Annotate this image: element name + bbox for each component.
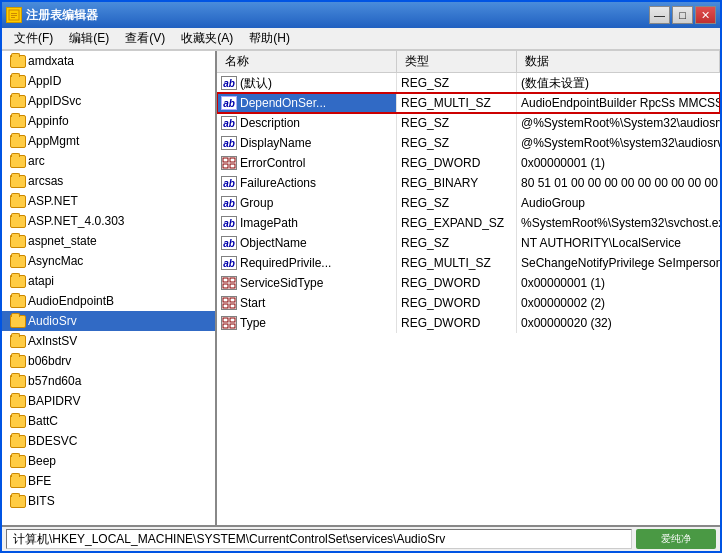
ab-icon: ab	[221, 116, 237, 130]
folder-icon	[10, 473, 26, 489]
entry-type-cell: REG_SZ	[397, 73, 517, 93]
tree-item[interactable]: aspnet_state	[2, 231, 215, 251]
registry-entry-row[interactable]: ErrorControlREG_DWORD0x00000001 (1)	[217, 153, 720, 173]
tree-item[interactable]: ASP.NET_4.0.303	[2, 211, 215, 231]
entry-name-text: FailureActions	[240, 176, 316, 190]
tree-item-label: BFE	[28, 474, 51, 488]
svg-rect-4	[223, 158, 228, 162]
tree-item-label: AudioSrv	[28, 314, 77, 328]
svg-rect-14	[223, 304, 228, 308]
svg-rect-7	[230, 164, 235, 168]
registry-entry-row[interactable]: abDependOnSer...REG_MULTI_SZAudioEndpoin…	[217, 93, 720, 113]
entry-value-cell: AudioGroup	[517, 193, 720, 213]
entry-value-cell: AudioEndpointBuilder RpcSs MMCSS	[517, 93, 720, 113]
entry-name-text: DependOnSer...	[240, 96, 326, 110]
entry-name-text: DisplayName	[240, 136, 311, 150]
title-bar-left: 注册表编辑器	[6, 7, 98, 24]
registry-entry-row[interactable]: abGroupREG_SZAudioGroup	[217, 193, 720, 213]
svg-rect-19	[230, 324, 235, 328]
entry-name-text: ObjectName	[240, 236, 307, 250]
tree-item[interactable]: BDESVC	[2, 431, 215, 451]
menu-item[interactable]: 收藏夹(A)	[173, 28, 241, 49]
entry-value-cell: (数值未设置)	[517, 73, 720, 93]
folder-icon	[10, 413, 26, 429]
tree-item-label: b06bdrv	[28, 354, 71, 368]
tree-item[interactable]: arc	[2, 151, 215, 171]
registry-entry-row[interactable]: StartREG_DWORD0x00000002 (2)	[217, 293, 720, 313]
maximize-button[interactable]: □	[672, 6, 693, 24]
registry-entry-row[interactable]: abRequiredPrivile...REG_MULTI_SZSeChange…	[217, 253, 720, 273]
entries-list[interactable]: ab(默认)REG_SZ(数值未设置)abDependOnSer...REG_M…	[217, 73, 720, 525]
svg-rect-12	[223, 298, 228, 302]
entry-name-cell: abObjectName	[217, 233, 397, 253]
menu-item[interactable]: 帮助(H)	[241, 28, 298, 49]
tree-item[interactable]: arcsas	[2, 171, 215, 191]
svg-rect-5	[230, 158, 235, 162]
tree-item[interactable]: b57nd60a	[2, 371, 215, 391]
tree-item-label: BITS	[28, 494, 55, 508]
tree-item[interactable]: atapi	[2, 271, 215, 291]
window-title: 注册表编辑器	[26, 7, 98, 24]
tree-item[interactable]: BFE	[2, 471, 215, 491]
registry-entry-row[interactable]: ServiceSidTypeREG_DWORD0x00000001 (1)	[217, 273, 720, 293]
tree-item[interactable]: BattC	[2, 411, 215, 431]
tree-item[interactable]: AxInstSV	[2, 331, 215, 351]
tree-item-label: ASP.NET	[28, 194, 78, 208]
col-header-type[interactable]: 类型	[397, 51, 517, 72]
tree-item[interactable]: AppID	[2, 71, 215, 91]
registry-entry-row[interactable]: abObjectNameREG_SZNT AUTHORITY\LocalServ…	[217, 233, 720, 253]
entry-name-cell: ab(默认)	[217, 73, 397, 93]
ab-icon: ab	[221, 216, 237, 230]
tree-item[interactable]: ASP.NET	[2, 191, 215, 211]
tree-item-label: BDESVC	[28, 434, 77, 448]
registry-entry-row[interactable]: ab(默认)REG_SZ(数值未设置)	[217, 73, 720, 93]
registry-path: 计算机\HKEY_LOCAL_MACHINE\SYSTEM\CurrentCon…	[6, 529, 632, 549]
registry-entry-row[interactable]: abDisplayNameREG_SZ@%SystemRoot%\system3…	[217, 133, 720, 153]
tree-item[interactable]: AppIDSvc	[2, 91, 215, 111]
tree-item-label: BAPIDRV	[28, 394, 80, 408]
registry-values-pane: 名称 类型 数据 ab(默认)REG_SZ(数值未设置)abDependOnSe…	[217, 51, 720, 525]
tree-item[interactable]: b06bdrv	[2, 351, 215, 371]
main-content: amdxataAppIDAppIDSvcAppinfoAppMgmtarcarc…	[2, 50, 720, 525]
tree-item[interactable]: AudioEndpointB	[2, 291, 215, 311]
menu-item[interactable]: 文件(F)	[6, 28, 61, 49]
tree-item[interactable]: amdxata	[2, 51, 215, 71]
folder-icon	[10, 433, 26, 449]
minimize-button[interactable]: —	[649, 6, 670, 24]
tree-item[interactable]: BAPIDRV	[2, 391, 215, 411]
ab-icon: ab	[221, 136, 237, 150]
tree-item-label: b57nd60a	[28, 374, 81, 388]
folder-icon	[10, 333, 26, 349]
entry-type-cell: REG_SZ	[397, 193, 517, 213]
close-button[interactable]: ✕	[695, 6, 716, 24]
tree-item[interactable]: AsyncMac	[2, 251, 215, 271]
col-header-data[interactable]: 数据	[517, 51, 720, 72]
svg-rect-15	[230, 304, 235, 308]
tree-item[interactable]: Beep	[2, 451, 215, 471]
ab-icon: ab	[221, 176, 237, 190]
folder-icon	[10, 193, 26, 209]
tree-item[interactable]: BITS	[2, 491, 215, 511]
registry-tree[interactable]: amdxataAppIDAppIDSvcAppinfoAppMgmtarcarc…	[2, 51, 217, 525]
menu-item[interactable]: 查看(V)	[117, 28, 173, 49]
menu-item[interactable]: 编辑(E)	[61, 28, 117, 49]
registry-entry-row[interactable]: abFailureActionsREG_BINARY80 51 01 00 00…	[217, 173, 720, 193]
registry-entry-row[interactable]: abDescriptionREG_SZ@%SystemRoot%\System3…	[217, 113, 720, 133]
tree-item-label: arc	[28, 154, 45, 168]
tree-item[interactable]: AudioSrv	[2, 311, 215, 331]
entry-name-text: ServiceSidType	[240, 276, 323, 290]
svg-rect-1	[11, 13, 17, 14]
registry-entry-row[interactable]: abImagePathREG_EXPAND_SZ%SystemRoot%\Sys…	[217, 213, 720, 233]
svg-rect-18	[223, 324, 228, 328]
entry-name-cell: abDependOnSer...	[217, 93, 397, 113]
tree-item[interactable]: AppMgmt	[2, 131, 215, 151]
dword-icon	[221, 156, 237, 170]
registry-entry-row[interactable]: TypeREG_DWORD0x00000020 (32)	[217, 313, 720, 333]
entry-value-cell: @%SystemRoot%\system32\audiosrv.dll,	[517, 133, 720, 153]
ab-icon: ab	[221, 76, 237, 90]
entry-type-cell: REG_DWORD	[397, 273, 517, 293]
col-header-name[interactable]: 名称	[217, 51, 397, 72]
entry-type-cell: REG_EXPAND_SZ	[397, 213, 517, 233]
tree-item[interactable]: Appinfo	[2, 111, 215, 131]
entry-name-text: ErrorControl	[240, 156, 305, 170]
